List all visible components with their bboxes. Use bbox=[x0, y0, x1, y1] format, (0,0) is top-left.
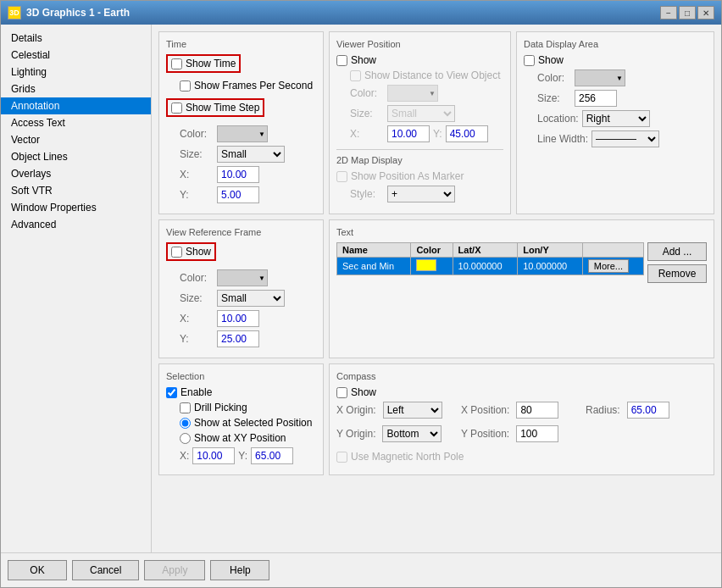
viewer-show-label: Show bbox=[351, 54, 376, 66]
selection-xy-row: X: Y: bbox=[180, 447, 316, 464]
data-linewidth-select[interactable]: ———— bbox=[591, 130, 659, 147]
viewer-size-select[interactable]: Small bbox=[387, 105, 455, 122]
y-position-input[interactable] bbox=[516, 425, 558, 442]
show-time-label: Show Time bbox=[186, 58, 236, 69]
sidebar-item-overlays[interactable]: Overlays bbox=[1, 165, 151, 182]
time-color-row: Color: ▼ bbox=[180, 125, 316, 142]
vrf-color-arrow: ▼ bbox=[258, 275, 265, 282]
viewer-size-label: Size: bbox=[350, 108, 384, 119]
ok-button[interactable]: OK bbox=[8, 560, 67, 580]
col-more bbox=[582, 243, 643, 258]
add-button[interactable]: Add ... bbox=[647, 242, 707, 261]
apply-button[interactable]: Apply bbox=[144, 560, 205, 580]
sidebar-item-celestial[interactable]: Celestial bbox=[1, 47, 151, 64]
time-x-label: X: bbox=[180, 169, 214, 180]
data-color-label: Color: bbox=[537, 72, 571, 84]
data-linewidth-row: Line Width: ———— bbox=[537, 130, 707, 147]
show-position-checkbox[interactable] bbox=[336, 171, 347, 182]
data-show-checkbox[interactable] bbox=[524, 55, 535, 66]
title-bar: 3D 3D Graphics 1 - Earth − □ ✕ bbox=[1, 1, 721, 25]
vrf-show-checkbox[interactable] bbox=[171, 247, 182, 258]
text-panel-title: Text bbox=[336, 227, 707, 237]
text-table-row[interactable]: Sec and Min 10.000000 10.000000 More... bbox=[337, 258, 644, 275]
show-fps-checkbox[interactable] bbox=[180, 80, 191, 92]
vrf-color-box[interactable]: ▼ bbox=[217, 269, 268, 286]
viewer-show-checkbox[interactable] bbox=[336, 55, 347, 66]
show-selected-radio[interactable] bbox=[180, 418, 191, 429]
x-origin-select[interactable]: Left bbox=[383, 402, 442, 419]
show-distance-checkbox[interactable] bbox=[350, 70, 361, 81]
data-size-input[interactable] bbox=[575, 90, 617, 107]
x-origin-label: X Origin: bbox=[336, 404, 376, 416]
sidebar-item-annotation[interactable]: Annotation bbox=[1, 97, 151, 114]
vrf-x-input[interactable] bbox=[217, 310, 259, 327]
y-origin-select[interactable]: Bottom bbox=[382, 425, 442, 442]
maximize-button[interactable]: □ bbox=[679, 6, 696, 19]
map-style-select[interactable]: + bbox=[387, 186, 455, 202]
sidebar-item-vector[interactable]: Vector bbox=[1, 131, 151, 148]
compass-show-checkbox[interactable] bbox=[336, 387, 347, 398]
sidebar-item-grids[interactable]: Grids bbox=[1, 80, 151, 97]
vrf-color-label: Color: bbox=[180, 272, 214, 284]
time-panel: Time Show Time Show Frames Per Second Sh… bbox=[158, 31, 324, 214]
minimize-button[interactable]: − bbox=[660, 6, 677, 19]
show-time-checkbox[interactable] bbox=[171, 58, 182, 69]
drill-picking-checkbox[interactable] bbox=[180, 402, 191, 413]
drill-picking-label: Drill Picking bbox=[194, 402, 247, 413]
vrf-size-select[interactable]: Small bbox=[217, 290, 285, 307]
col-color: Color bbox=[411, 243, 453, 258]
text-row-more: More... bbox=[582, 258, 643, 275]
sel-y-input[interactable] bbox=[251, 447, 293, 464]
show-fps-label: Show Frames Per Second bbox=[194, 80, 313, 92]
help-button[interactable]: Help bbox=[210, 560, 269, 580]
middle-panels-row: View Reference Frame Show Color: ▼ Siz bbox=[158, 219, 714, 358]
sidebar-item-access-text[interactable]: Access Text bbox=[1, 114, 151, 131]
sidebar-item-lighting[interactable]: Lighting bbox=[1, 64, 151, 80]
vrf-y-input[interactable] bbox=[217, 330, 259, 347]
viewer-x-input[interactable] bbox=[387, 125, 430, 142]
viewer-y-input[interactable] bbox=[446, 125, 488, 142]
more-button[interactable]: More... bbox=[588, 259, 629, 273]
radius-input[interactable] bbox=[627, 402, 669, 419]
show-selected-row: Show at Selected Position bbox=[180, 417, 316, 429]
app-icon: 3D bbox=[8, 6, 21, 19]
magnetic-checkbox[interactable] bbox=[336, 452, 347, 463]
selection-panel: Selection Enable Drill Picking Show at S… bbox=[158, 363, 324, 475]
viewer-position-panel: Viewer Position Show Show Distance to Vi… bbox=[329, 31, 511, 214]
show-xy-radio[interactable] bbox=[180, 433, 191, 444]
selection-enable-checkbox[interactable] bbox=[166, 387, 177, 398]
time-color-box[interactable]: ▼ bbox=[217, 125, 268, 142]
data-location-select[interactable]: Right bbox=[582, 110, 650, 127]
sidebar-item-object-lines[interactable]: Object Lines bbox=[1, 148, 151, 165]
time-size-select[interactable]: Small bbox=[217, 146, 285, 163]
y-origin-label: Y Origin: bbox=[336, 428, 375, 440]
sel-x-input[interactable] bbox=[192, 447, 235, 464]
time-x-row: X: bbox=[180, 166, 316, 183]
close-button[interactable]: ✕ bbox=[697, 6, 714, 19]
sidebar-item-details[interactable]: Details bbox=[1, 30, 151, 47]
data-size-label: Size: bbox=[537, 92, 571, 104]
window-title: 3D Graphics 1 - Earth bbox=[26, 7, 130, 19]
viewer-size-row: Size: Small bbox=[350, 105, 503, 122]
viewer-color-box[interactable]: ▼ bbox=[387, 85, 438, 102]
time-x-input[interactable] bbox=[217, 166, 259, 183]
data-color-arrow: ▼ bbox=[616, 75, 623, 82]
sidebar-item-advanced[interactable]: Advanced bbox=[1, 216, 151, 233]
viewer-y-label: Y: bbox=[433, 128, 442, 140]
map-display-title: 2D Map Display bbox=[336, 155, 503, 165]
time-y-input[interactable] bbox=[217, 186, 259, 203]
show-distance-row: Show Distance to View Object bbox=[350, 69, 503, 81]
cancel-button[interactable]: Cancel bbox=[72, 560, 139, 580]
remove-button[interactable]: Remove bbox=[647, 264, 707, 283]
show-time-step-checkbox[interactable] bbox=[171, 103, 182, 114]
data-color-box[interactable]: ▼ bbox=[575, 69, 625, 86]
show-fps-row: Show Frames Per Second bbox=[180, 80, 316, 92]
vrf-title: View Reference Frame bbox=[166, 227, 316, 237]
show-position-row: Show Position As Marker bbox=[336, 170, 503, 182]
sidebar-item-soft-vtr[interactable]: Soft VTR bbox=[1, 182, 151, 199]
x-position-input[interactable] bbox=[516, 402, 558, 419]
text-row-name: Sec and Min bbox=[337, 258, 411, 275]
col-latx: Lat/X bbox=[453, 243, 518, 258]
bottom-buttons: OK Cancel Apply Help bbox=[1, 552, 721, 587]
sidebar-item-window-properties[interactable]: Window Properties bbox=[1, 199, 151, 216]
